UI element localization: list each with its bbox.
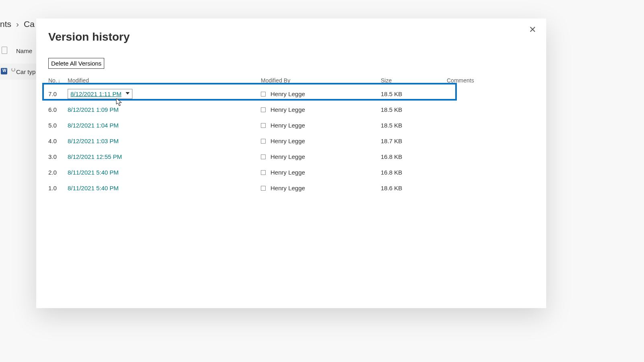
user-presence-icon (261, 92, 266, 97)
file-name: Car typ (16, 68, 35, 75)
file-row[interactable]: Car typ (0, 64, 36, 80)
file-size: 18.5 KB (381, 90, 447, 97)
modified-by[interactable]: Henry Legge (261, 90, 381, 97)
modified-link[interactable]: 8/12/2021 1:09 PM (68, 106, 119, 113)
modified-by[interactable]: Henry Legge (261, 185, 381, 191)
word-file-icon (1, 68, 7, 74)
version-no: 3.0 (48, 153, 68, 160)
modified-link[interactable]: 8/11/2021 5:40 PM (68, 185, 119, 191)
header-no[interactable]: No.↓ (48, 77, 68, 84)
table-row[interactable]: 3.0 8/12/2021 12:55 PM Henry Legge 16.8 … (48, 149, 534, 165)
modified-by[interactable]: Henry Legge (261, 138, 381, 144)
delete-all-versions-button[interactable]: Delete All Versions (48, 58, 104, 69)
version-table: No.↓ Modified Modified By Size Comments … (48, 75, 534, 196)
table-row[interactable]: 7.0 8/12/2021 1:11 PM Henry Legge 18.5 K… (48, 86, 534, 102)
loading-spinner-icon (11, 68, 15, 72)
modified-link[interactable]: 8/12/2021 1:03 PM (68, 138, 119, 144)
sort-desc-icon: ↓ (58, 78, 60, 84)
user-presence-icon (261, 186, 266, 191)
modified-link[interactable]: 8/11/2021 5:40 PM (68, 169, 119, 176)
user-name: Henry Legge (270, 122, 305, 129)
chevron-right-icon: › (16, 19, 19, 29)
modified-dropdown[interactable]: 8/12/2021 1:11 PM (68, 89, 132, 99)
modified-by[interactable]: Henry Legge (261, 106, 381, 113)
column-header-name[interactable]: Name (16, 47, 32, 54)
version-no: 2.0 (48, 169, 68, 176)
user-name: Henry Legge (270, 185, 305, 191)
breadcrumb-seg2[interactable]: Ca (24, 19, 35, 29)
close-button[interactable]: ✕ (528, 25, 537, 35)
modified-link[interactable]: 8/12/2021 1:04 PM (68, 122, 119, 129)
version-no: 7.0 (48, 90, 68, 97)
table-row[interactable]: 4.0 8/12/2021 1:03 PM Henry Legge 18.7 K… (48, 133, 534, 149)
file-icon (2, 47, 7, 54)
user-name: Henry Legge (270, 90, 305, 97)
modified-by[interactable]: Henry Legge (261, 122, 381, 129)
version-no: 1.0 (48, 185, 68, 191)
file-size: 18.5 KB (381, 106, 447, 113)
user-name: Henry Legge (270, 106, 305, 113)
user-presence-icon (261, 123, 266, 128)
file-size: 16.8 KB (381, 169, 447, 176)
user-presence-icon (261, 107, 266, 112)
table-header: No.↓ Modified Modified By Size Comments (48, 75, 534, 86)
table-row[interactable]: 2.0 8/11/2021 5:40 PM Henry Legge 16.8 K… (48, 165, 534, 180)
header-modified-by[interactable]: Modified By (261, 77, 381, 84)
file-size: 18.6 KB (381, 185, 447, 191)
file-size: 18.5 KB (381, 122, 447, 129)
header-no-label: No. (48, 77, 57, 84)
version-no: 5.0 (48, 122, 68, 129)
user-name: Henry Legge (270, 153, 305, 160)
user-name: Henry Legge (270, 169, 305, 176)
breadcrumb[interactable]: nts › Ca (0, 19, 35, 29)
breadcrumb-seg1[interactable]: nts (0, 19, 11, 29)
table-row[interactable]: 6.0 8/12/2021 1:09 PM Henry Legge 18.5 K… (48, 102, 534, 117)
version-history-dialog: ✕ Version history Delete All Versions No… (36, 19, 546, 308)
table-row[interactable]: 5.0 8/12/2021 1:04 PM Henry Legge 18.5 K… (48, 117, 534, 133)
dialog-title: Version history (48, 31, 130, 43)
header-comments[interactable]: Comments (447, 77, 534, 84)
modified-by[interactable]: Henry Legge (261, 169, 381, 176)
table-row[interactable]: 1.0 8/11/2021 5:40 PM Henry Legge 18.6 K… (48, 180, 534, 196)
user-presence-icon (261, 139, 266, 144)
chevron-down-icon (126, 92, 130, 95)
header-size[interactable]: Size (381, 77, 447, 84)
modified-link[interactable]: 8/12/2021 12:55 PM (68, 153, 122, 160)
file-size: 18.7 KB (381, 138, 447, 144)
user-presence-icon (261, 170, 266, 175)
header-modified[interactable]: Modified (68, 77, 261, 84)
version-no: 4.0 (48, 138, 68, 144)
user-presence-icon (261, 154, 266, 159)
file-size: 16.8 KB (381, 153, 447, 160)
modified-link[interactable]: 8/12/2021 1:11 PM (70, 90, 122, 97)
version-no: 6.0 (48, 106, 68, 113)
modified-by[interactable]: Henry Legge (261, 153, 381, 160)
close-icon: ✕ (529, 25, 536, 35)
user-name: Henry Legge (270, 138, 305, 144)
